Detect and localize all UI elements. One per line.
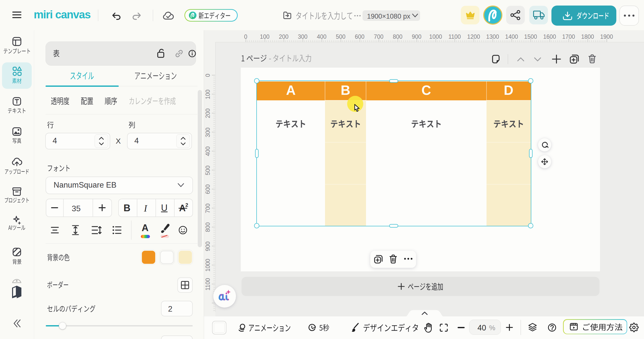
svg-text:2: 2 xyxy=(185,202,188,208)
